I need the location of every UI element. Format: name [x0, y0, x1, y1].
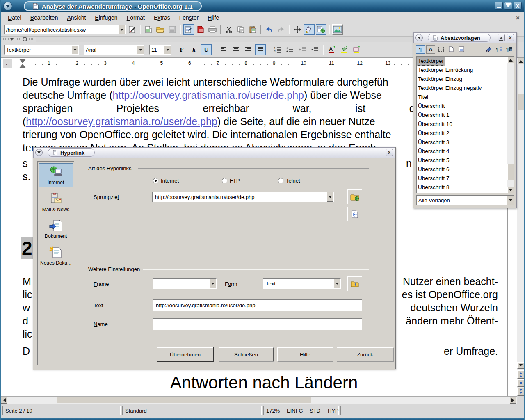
- status-hyperlink-mode[interactable]: HYP: [325, 406, 339, 415]
- font-color-button[interactable]: A: [326, 44, 337, 55]
- menu-datei[interactable]: Datei: [3, 13, 26, 22]
- form-dropdown-button[interactable]: [334, 279, 340, 288]
- bold-button[interactable]: F: [176, 44, 187, 55]
- paragraph-style-combobox[interactable]: [4, 45, 79, 55]
- save-button[interactable]: [167, 24, 178, 35]
- list-scroll-down-button[interactable]: [507, 187, 514, 193]
- copy-button[interactable]: [235, 24, 246, 35]
- menu-format[interactable]: Format: [122, 13, 149, 22]
- text-field[interactable]: [153, 299, 362, 311]
- url-input[interactable]: [5, 25, 118, 34]
- radio-telnet[interactable]: Telnet: [278, 178, 300, 184]
- back-button[interactable]: Zurück: [337, 347, 393, 361]
- font-name-combobox[interactable]: [84, 45, 144, 55]
- menu-fenster[interactable]: Fenster: [175, 13, 203, 22]
- close-button[interactable]: X: [514, 2, 522, 10]
- justify-button[interactable]: [255, 44, 266, 55]
- size-dropdown-button[interactable]: [164, 45, 171, 54]
- hyperlink-text[interactable]: http://oosurvey.gratismania.ro/user/de.p…: [113, 89, 304, 101]
- style-item-berschrift-1[interactable]: Überschrift 1: [417, 111, 507, 120]
- apply-button[interactable]: Übernehmen: [157, 347, 213, 361]
- style-item-textk-rper-einzug[interactable]: Textkörper Einzug: [417, 75, 507, 84]
- url-dropdown-button[interactable]: [118, 25, 125, 34]
- print-button[interactable]: [207, 24, 218, 35]
- indent-marker[interactable]: [19, 59, 26, 68]
- style-filter-combobox[interactable]: [416, 195, 514, 205]
- style-item-berschrift-4[interactable]: Überschrift 4: [417, 147, 507, 156]
- dialog-menu-button[interactable]: [35, 149, 43, 156]
- update-style-button[interactable]: ¶: [505, 45, 514, 54]
- frame-combobox[interactable]: [153, 278, 217, 289]
- align-left-button[interactable]: [218, 44, 229, 55]
- filter-dropdown-button[interactable]: [507, 196, 514, 205]
- window-menu-button[interactable]: [3, 2, 12, 11]
- target-dropdown-button[interactable]: [327, 192, 333, 202]
- magnifier-icon[interactable]: [23, 37, 27, 41]
- hyperlink-category-mail-news[interactable]: Mail & News: [39, 191, 73, 214]
- hyperlink-category-dokument[interactable]: Dokument: [39, 217, 73, 241]
- italic-button[interactable]: k: [189, 44, 199, 55]
- list-scroll-up-button[interactable]: [507, 57, 514, 63]
- scroll-left-button[interactable]: [1, 397, 7, 404]
- cut-button[interactable]: [224, 24, 234, 35]
- styles-list-scrollbar[interactable]: [507, 57, 514, 193]
- panel-shade-button[interactable]: [498, 34, 505, 41]
- numbering-styles-button[interactable]: [457, 45, 466, 54]
- close-dialog-button[interactable]: Schließen: [219, 347, 274, 361]
- toolbar-grip[interactable]: [15, 37, 21, 41]
- www-browser-button[interactable]: [347, 189, 362, 204]
- increase-indent-button[interactable]: [309, 44, 320, 55]
- align-center-button[interactable]: [231, 44, 241, 55]
- style-dropdown-button[interactable]: [71, 45, 78, 54]
- gallery-button[interactable]: [332, 24, 343, 35]
- scroll-up-button[interactable]: [517, 58, 524, 64]
- highlight-button[interactable]: [339, 44, 349, 55]
- decrease-indent-button[interactable]: [297, 44, 308, 55]
- style-item-textk-rper-einr-ckung[interactable]: Textkörper Einrückung: [417, 66, 507, 75]
- panel-close-button[interactable]: X: [507, 34, 514, 41]
- styles-list[interactable]: TextkörperTextkörper EinrückungTextkörpe…: [416, 56, 514, 193]
- vertical-scroll-thumb[interactable]: [518, 94, 524, 110]
- redo-button[interactable]: [276, 24, 286, 35]
- stylist-titlebar[interactable]: Absatzvorlagen X: [413, 32, 516, 43]
- status-page-style[interactable]: Standard: [122, 406, 262, 415]
- tab-type-selector[interactable]: ⌐: [2, 59, 12, 68]
- hyperlink-text[interactable]: http://oosurvey.gratismania.ro/user/de.p…: [26, 116, 217, 127]
- style-item-berschrift-6[interactable]: Überschrift 6: [417, 165, 507, 174]
- status-insert-mode[interactable]: EINFG: [284, 406, 305, 415]
- background-color-button[interactable]: [351, 44, 362, 55]
- undo-button[interactable]: [264, 24, 274, 35]
- target-in-document-button[interactable]: [347, 207, 362, 221]
- open-button[interactable]: [155, 24, 166, 35]
- name-field[interactable]: [153, 318, 362, 330]
- font-dropdown-button[interactable]: [137, 45, 144, 54]
- numbered-list-button[interactable]: 12: [272, 44, 283, 55]
- previous-page-button[interactable]: [517, 370, 524, 379]
- new-style-from-selection-button[interactable]: ¶: [495, 45, 504, 54]
- panel-menu-button[interactable]: [415, 34, 423, 41]
- window-title-capsule[interactable]: Analyse der Anwenderumfrage - OpenOffice…: [24, 1, 202, 11]
- style-item-textk-rper[interactable]: Textkörper: [417, 57, 445, 66]
- underline-button[interactable]: U: [201, 44, 212, 55]
- menu-hilfe[interactable]: Hilfe: [203, 13, 224, 22]
- bullet-list-button[interactable]: [285, 44, 295, 55]
- name-input[interactable]: [153, 319, 362, 329]
- status-zoom[interactable]: 172%: [263, 406, 282, 415]
- maximize-button[interactable]: [504, 2, 512, 10]
- toolbar-grip[interactable]: [29, 37, 34, 41]
- frame-styles-button[interactable]: [436, 45, 445, 54]
- fill-format-button[interactable]: [484, 45, 493, 54]
- radio-internet[interactable]: Internet: [153, 178, 179, 184]
- hyperlink-category-internet[interactable]: Internet: [39, 163, 73, 187]
- align-right-button[interactable]: [243, 44, 253, 55]
- status-selection-mode[interactable]: STD: [307, 406, 323, 415]
- navigation-button[interactable]: [517, 379, 524, 387]
- chevron-down-icon[interactable]: [10, 38, 14, 42]
- style-item-berschrift-5[interactable]: Überschrift 5: [417, 156, 507, 165]
- horizontal-scroll-thumb[interactable]: [57, 397, 311, 403]
- next-page-button[interactable]: [517, 388, 524, 396]
- minimize-button[interactable]: [495, 2, 503, 10]
- scroll-down-button[interactable]: [517, 362, 524, 369]
- radio-ftp[interactable]: FTP: [222, 178, 240, 184]
- page-styles-button[interactable]: [447, 45, 456, 54]
